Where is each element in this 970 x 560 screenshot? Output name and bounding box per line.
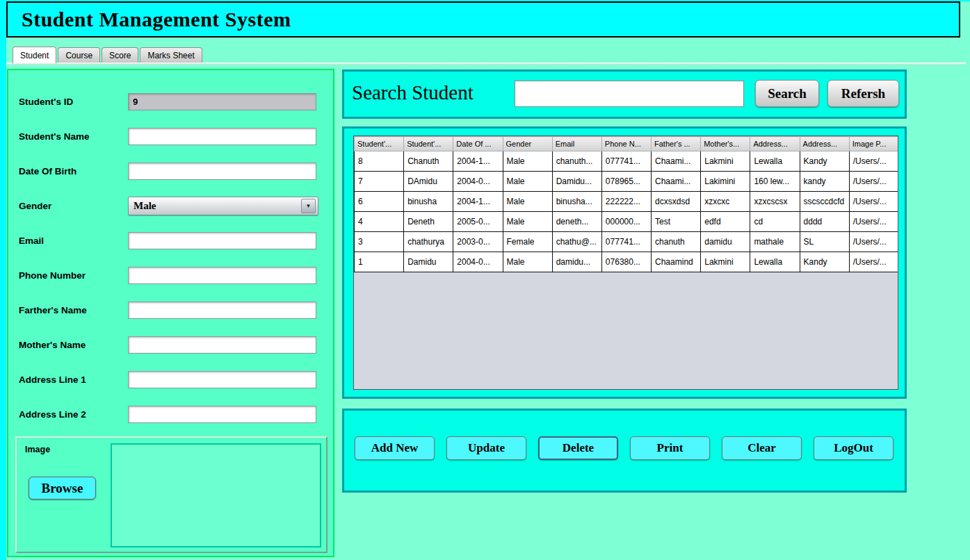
address-line-1-row: Address Line 1 xyxy=(8,362,333,397)
table-cell: sscsccdcfd xyxy=(800,192,849,212)
column-header[interactable]: Address... xyxy=(800,137,849,151)
actions-panel: Add NewUpdateDeletePrintClearLogOut xyxy=(342,409,907,493)
table-scroll-area[interactable]: Student'...Student'...Date Of ...GenderE… xyxy=(353,135,898,390)
table-cell: dcxsxdsd xyxy=(652,192,701,212)
table-cell: 076380... xyxy=(601,252,651,272)
table-cell: 077741... xyxy=(601,151,651,172)
tab-course[interactable]: Course xyxy=(58,47,100,63)
search-input[interactable] xyxy=(515,81,744,107)
gender-select[interactable]: Male▼ xyxy=(128,197,318,215)
table-cell: chanuth xyxy=(652,232,701,252)
image-section: Image Browse xyxy=(15,436,328,553)
table-cell: 2004-1... xyxy=(453,151,503,172)
table-cell: binusha xyxy=(404,192,453,212)
table-cell: 4 xyxy=(355,212,404,232)
address-line-1-input[interactable] xyxy=(128,371,316,388)
mother-s-name-input[interactable] xyxy=(128,336,316,354)
app-title: Student Management System xyxy=(22,8,959,31)
table-cell: 1 xyxy=(355,252,404,272)
table-cell: Lakmini xyxy=(701,151,750,172)
table-cell: 160 lew... xyxy=(750,172,800,192)
table-header-row: Student'...Student'...Date Of ...GenderE… xyxy=(355,137,899,151)
table-row[interactable]: 8Chanuth2004-1...Malechanuth...077741...… xyxy=(355,151,899,172)
table-row[interactable]: 1Damidu2004-0...Maledamidu...076380...Ch… xyxy=(355,252,899,272)
table-cell: mathale xyxy=(750,232,800,252)
table-cell: 2004-0... xyxy=(453,252,503,272)
email-input[interactable] xyxy=(128,232,316,249)
gender-row: GenderMale▼ xyxy=(8,188,333,223)
column-header[interactable]: Date Of ... xyxy=(453,137,503,151)
tab-score[interactable]: Score xyxy=(102,47,138,63)
phone-number-input[interactable] xyxy=(128,267,316,284)
tab-marks-sheet[interactable]: Marks Sheet xyxy=(140,47,202,63)
column-header[interactable]: Gender xyxy=(503,137,552,151)
table-cell: 8 xyxy=(355,151,404,172)
table-cell: kandy xyxy=(800,172,849,192)
column-header[interactable]: Image P... xyxy=(849,137,898,151)
window-edge-strip xyxy=(0,0,6,560)
table-cell: binusha... xyxy=(552,192,601,212)
column-header[interactable]: Father's ... xyxy=(652,137,701,151)
actions-row: Add NewUpdateDeletePrintClearLogOut xyxy=(355,436,894,460)
table-cell: chanuth... xyxy=(552,151,601,172)
mother-s-name-row: Mother's Name xyxy=(8,327,333,362)
table-cell: xzxcxc xyxy=(701,192,750,212)
table-cell: 2003-0... xyxy=(453,232,503,252)
column-header[interactable]: Student'... xyxy=(355,137,404,151)
table-cell: 3 xyxy=(355,232,404,252)
student-s-name-input[interactable] xyxy=(128,128,316,145)
address-line-2-label: Address Line 2 xyxy=(19,409,128,420)
image-preview-box xyxy=(111,443,321,547)
clear-button[interactable]: Clear xyxy=(722,436,802,460)
table-cell: /Users/... xyxy=(849,192,898,212)
browse-button[interactable]: Browse xyxy=(29,477,96,500)
table-row[interactable]: 6binusha2004-1...Malebinusha...222222...… xyxy=(355,192,899,212)
table-row[interactable]: 3chathurya2003-0...Femalechathu@...07774… xyxy=(355,232,899,252)
table-cell: /Users/... xyxy=(849,252,898,272)
table-cell: chathu@... xyxy=(552,232,601,252)
table-cell: 7 xyxy=(355,172,404,192)
date-of-birth-input[interactable] xyxy=(128,163,316,180)
column-header[interactable]: Email xyxy=(552,137,601,151)
date-of-birth-row: Date Of Birth xyxy=(8,154,333,188)
column-header[interactable]: Student'... xyxy=(404,137,453,151)
student-s-id-input[interactable] xyxy=(128,93,316,110)
address-line-2-row: Address Line 2 xyxy=(8,397,333,431)
table-cell: xzxcscsx xyxy=(750,192,800,212)
table-cell: Lakmini xyxy=(701,252,750,272)
table-cell: SL xyxy=(800,232,849,252)
delete-button[interactable]: Delete xyxy=(538,436,618,460)
table-row[interactable]: 4Deneth2005-0...Maledeneth...000000...Te… xyxy=(355,212,899,232)
column-header[interactable]: Address... xyxy=(750,137,800,151)
address-line-2-input[interactable] xyxy=(128,406,316,423)
update-button[interactable]: Update xyxy=(446,436,526,460)
tab-student[interactable]: Student xyxy=(13,47,56,63)
mother-s-name-label: Mother's Name xyxy=(19,340,128,350)
refresh-button[interactable]: Refersh xyxy=(827,80,899,107)
table-cell: Chaami... xyxy=(652,151,701,172)
column-header[interactable]: Mother's... xyxy=(701,137,750,151)
students-table[interactable]: Student'...Student'...Date Of ...GenderE… xyxy=(354,136,898,272)
farther-s-name-input[interactable] xyxy=(128,302,316,319)
table-cell: Damidu xyxy=(404,252,453,272)
print-button[interactable]: Print xyxy=(630,436,710,460)
table-cell: Male xyxy=(503,212,552,232)
search-button[interactable]: Search xyxy=(755,80,819,107)
table-cell: Lakimini xyxy=(701,172,750,192)
address-line-1-label: Address Line 1 xyxy=(19,374,128,385)
logout-button[interactable]: LogOut xyxy=(814,436,894,460)
farther-s-name-row: Farther's Name xyxy=(8,293,333,327)
table-cell: Kandy xyxy=(800,252,849,272)
table-cell: 2005-0... xyxy=(453,212,503,232)
chevron-down-icon[interactable]: ▼ xyxy=(301,199,316,213)
table-cell: Chaamind xyxy=(652,252,701,272)
table-row[interactable]: 7DAmidu2004-0...MaleDamidu...078965...Ch… xyxy=(355,172,899,192)
table-cell: cd xyxy=(750,212,800,232)
gender-label: Gender xyxy=(19,201,128,211)
table-cell: DAmidu xyxy=(404,172,453,192)
phone-number-label: Phone Number xyxy=(19,270,128,281)
table-cell: damidu... xyxy=(552,252,601,272)
column-header[interactable]: Phone N... xyxy=(601,137,651,151)
add-new-button[interactable]: Add New xyxy=(355,436,435,460)
table-cell: 222222... xyxy=(601,192,651,212)
